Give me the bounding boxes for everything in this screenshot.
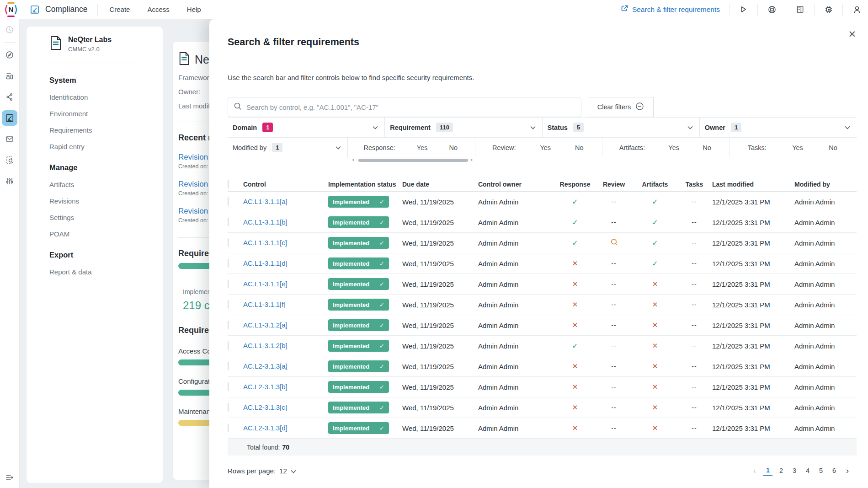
control-link[interactable]: AC.L1-3.1.2[b] bbox=[243, 342, 288, 349]
revision-link[interactable]: Revision 3 bbox=[178, 153, 210, 161]
row-checkbox[interactable] bbox=[228, 362, 229, 370]
sidebar-item-artifacts[interactable]: Artifacts bbox=[49, 181, 163, 188]
scrollbar-thumb[interactable] bbox=[358, 159, 468, 162]
dashboard-icon[interactable] bbox=[2, 68, 17, 84]
sidebar-item-poam[interactable]: POAM bbox=[49, 230, 163, 238]
system-icon[interactable] bbox=[817, 5, 840, 14]
select-all-checkbox[interactable] bbox=[228, 180, 229, 188]
filter-status-dropdown[interactable]: Status5 bbox=[543, 118, 700, 137]
control-link[interactable]: AC.L1-3.1.1[d] bbox=[243, 259, 288, 267]
support-icon[interactable] bbox=[761, 5, 783, 14]
empty-dash: -- bbox=[692, 219, 697, 226]
tasks-cell: -- bbox=[676, 403, 712, 412]
row-checkbox[interactable] bbox=[228, 197, 229, 206]
filter-domain-dropdown[interactable]: Domain1 bbox=[228, 118, 385, 137]
history-icon[interactable] bbox=[2, 22, 17, 38]
row-checkbox[interactable] bbox=[228, 382, 229, 391]
close-icon[interactable]: ✕ bbox=[848, 29, 856, 39]
row-checkbox[interactable] bbox=[228, 259, 229, 268]
filter-modified-by-dropdown[interactable]: Modified by1 bbox=[228, 138, 348, 157]
edit-icon[interactable] bbox=[2, 110, 17, 126]
page-prev-button[interactable]: ‹ bbox=[750, 467, 759, 475]
sidebar-item-environment[interactable]: Environment bbox=[49, 110, 163, 118]
last-modified-cell: 12/1/2025 3:31 PM bbox=[712, 198, 794, 206]
review-yes-option[interactable]: Yes bbox=[540, 144, 551, 151]
empty-dash: -- bbox=[692, 383, 697, 391]
row-checkbox[interactable] bbox=[228, 218, 229, 226]
chevron-down-icon bbox=[845, 126, 850, 129]
tasks-no-option[interactable]: No bbox=[829, 144, 837, 151]
x-icon: ✕ bbox=[572, 300, 578, 308]
review-no-option[interactable]: No bbox=[575, 144, 584, 151]
control-link[interactable]: AC.L1-3.1.1[e] bbox=[243, 280, 288, 288]
compass-icon[interactable] bbox=[2, 47, 17, 63]
clear-filters-button[interactable]: Clear filters bbox=[588, 97, 654, 117]
bg-domain-progressbar bbox=[178, 420, 210, 426]
last-modified-cell: 12/1/2025 3:31 PM bbox=[712, 424, 794, 432]
page-button-4[interactable]: 4 bbox=[803, 466, 812, 475]
control-link[interactable]: AC.L1-3.1.2[a] bbox=[243, 321, 288, 329]
neqter-logo[interactable]: ⟨N⟩ bbox=[2, 0, 20, 19]
tasks-yes-option[interactable]: Yes bbox=[792, 144, 803, 151]
sidebar-item-rapid-entry[interactable]: Rapid entry bbox=[49, 143, 163, 150]
artifacts-no-option[interactable]: No bbox=[703, 144, 711, 151]
account-icon[interactable] bbox=[846, 5, 868, 14]
run-icon[interactable] bbox=[732, 5, 755, 14]
filter-requirement-dropdown[interactable]: Requirement110 bbox=[385, 118, 542, 137]
mail-icon[interactable] bbox=[2, 131, 17, 147]
nav-item-help[interactable]: Help bbox=[178, 5, 210, 13]
control-link[interactable]: AC.L1-3.1.1[c] bbox=[243, 239, 287, 247]
audit-icon[interactable] bbox=[2, 152, 17, 168]
page-button-2[interactable]: 2 bbox=[777, 466, 786, 475]
scroll-right-arrow[interactable]: ▸ bbox=[471, 157, 473, 162]
filter-owner-dropdown[interactable]: Owner1 bbox=[700, 118, 857, 137]
row-checkbox[interactable] bbox=[228, 424, 229, 432]
page-next-button[interactable]: › bbox=[843, 467, 852, 475]
nav-item-access[interactable]: Access bbox=[138, 5, 178, 13]
page-button-6[interactable]: 6 bbox=[830, 466, 839, 475]
control-link[interactable]: AC.L1-3.1.1[f] bbox=[243, 300, 286, 308]
search-filter-link[interactable]: Search & filter requirements bbox=[621, 5, 720, 14]
revision-link[interactable]: Revision 1 bbox=[178, 180, 210, 188]
rows-per-page-select[interactable]: Rows per page: 12 bbox=[228, 467, 296, 475]
nav-item-create[interactable]: Create bbox=[101, 5, 138, 13]
sidebar-item-settings[interactable]: Settings bbox=[49, 214, 163, 221]
control-link[interactable]: AC.L2-3.1.3[c] bbox=[243, 403, 287, 411]
response-yes-option[interactable]: Yes bbox=[417, 144, 428, 151]
response-no-option[interactable]: No bbox=[449, 144, 458, 151]
control-link[interactable]: AC.L2-3.1.3[b] bbox=[243, 383, 288, 391]
sidebar-item-requirements[interactable]: Requirements bbox=[49, 126, 163, 134]
row-checkbox[interactable] bbox=[228, 238, 229, 247]
artifacts-yes-option[interactable]: Yes bbox=[668, 144, 679, 151]
row-checkbox[interactable] bbox=[228, 403, 229, 412]
review-cell: -- bbox=[594, 218, 634, 226]
empty-dash: -- bbox=[692, 322, 697, 329]
page-button-1[interactable]: 1 bbox=[763, 466, 772, 476]
x-icon: ✕ bbox=[652, 403, 658, 411]
row-checkbox[interactable] bbox=[228, 341, 229, 350]
collapse-icon[interactable] bbox=[2, 470, 17, 485]
control-link[interactable]: AC.L2-3.1.3[a] bbox=[243, 362, 288, 370]
row-checkbox[interactable] bbox=[228, 279, 229, 288]
sidebar-item-identification[interactable]: Identification bbox=[49, 93, 163, 101]
sidebar-item-report-data[interactable]: Report & data bbox=[49, 268, 163, 276]
page-button-3[interactable]: 3 bbox=[790, 466, 799, 475]
page-button-5[interactable]: 5 bbox=[816, 466, 825, 475]
row-checkbox[interactable] bbox=[228, 321, 229, 329]
search-input[interactable] bbox=[246, 103, 575, 111]
control-link[interactable]: AC.L1-3.1.1[b] bbox=[243, 218, 288, 226]
control-link[interactable]: AC.L1-3.1.1[a] bbox=[243, 198, 288, 205]
control-link[interactable]: AC.L2-3.1.3[d] bbox=[243, 424, 288, 432]
due-date-cell: Wed, 11/19/2025 bbox=[402, 239, 478, 247]
workflow-icon[interactable] bbox=[2, 89, 17, 105]
control-cell: AC.L1-3.1.1[c] bbox=[243, 239, 328, 247]
sliders-icon[interactable] bbox=[2, 173, 17, 189]
table-row: AC.L1-3.1.1[b]Implemented✓Wed, 11/19/202… bbox=[228, 212, 857, 233]
row-checkbox[interactable] bbox=[228, 300, 229, 309]
sidebar-item-revisions[interactable]: Revisions bbox=[49, 197, 163, 205]
empty-dash: -- bbox=[692, 260, 697, 267]
docs-icon[interactable] bbox=[789, 5, 811, 14]
scroll-left-arrow[interactable]: ◂ bbox=[352, 157, 354, 162]
revision-link[interactable]: Revision 1 bbox=[178, 207, 210, 215]
due-date-cell: Wed, 11/19/2025 bbox=[402, 280, 478, 288]
